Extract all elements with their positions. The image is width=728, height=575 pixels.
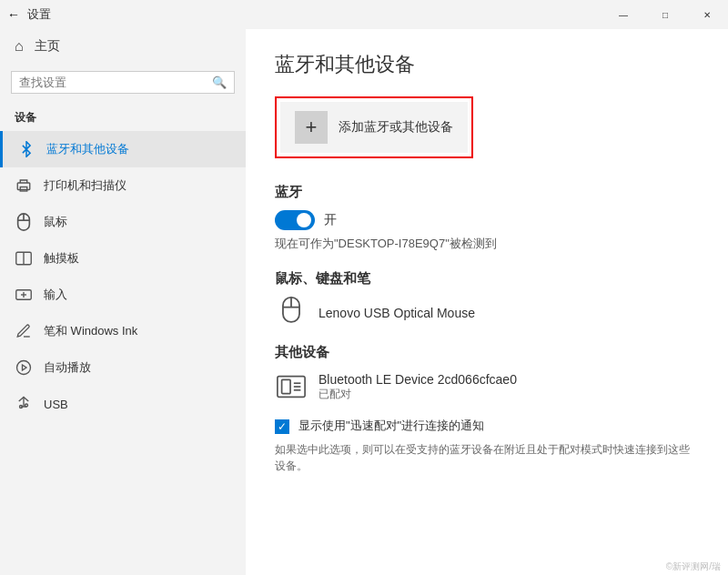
sidebar-item-printer[interactable]: 打印机和扫描仪 bbox=[0, 167, 246, 204]
other-section-heading: 其他设备 bbox=[275, 344, 699, 361]
sidebar-home-label: 主页 bbox=[35, 38, 60, 55]
sidebar-bluetooth-label: 蓝牙和其他设备 bbox=[46, 141, 129, 157]
mouse-device-name: Lenovo USB Optical Mouse bbox=[318, 306, 475, 320]
sidebar-usb-label: USB bbox=[44, 398, 68, 411]
quick-pair-label: 显示使用"迅速配对"进行连接的通知 bbox=[298, 418, 484, 434]
bt-device-name: Bluetooth LE Device 2cd066cfcae0 bbox=[318, 372, 517, 387]
bluetooth-toggle[interactable] bbox=[275, 210, 315, 230]
detection-text: 现在可作为"DESKTOP-I78E9Q7"被检测到 bbox=[275, 236, 699, 252]
page-title: 蓝牙和其他设备 bbox=[275, 51, 699, 78]
usb-icon bbox=[15, 395, 33, 413]
sidebar-mouse-label: 鼠标 bbox=[44, 214, 67, 230]
watermark: ©新评测网/瑞 bbox=[666, 560, 721, 573]
window-controls: — □ ✕ bbox=[602, 0, 728, 29]
mouse-device-info: Lenovo USB Optical Mouse bbox=[318, 306, 475, 320]
mouse-device-icon bbox=[275, 297, 308, 329]
sidebar-item-autoplay[interactable]: 自动播放 bbox=[0, 349, 246, 386]
maximize-button[interactable]: □ bbox=[644, 0, 686, 29]
sidebar-pen-label: 笔和 Windows Ink bbox=[44, 323, 137, 339]
mouse-icon bbox=[15, 213, 33, 231]
svg-point-10 bbox=[17, 361, 31, 375]
sidebar-item-mouse[interactable]: 鼠标 bbox=[0, 204, 246, 240]
sidebar-home[interactable]: ⌂ 主页 bbox=[0, 29, 246, 64]
add-device-label: 添加蓝牙或其他设备 bbox=[339, 119, 453, 136]
mouse-device-item: Lenovo USB Optical Mouse bbox=[275, 297, 699, 329]
search-box: 🔍 bbox=[11, 71, 235, 94]
bt-device-info: Bluetooth LE Device 2cd066cfcae0 已配对 bbox=[318, 372, 517, 402]
bt-device-status: 已配对 bbox=[318, 387, 517, 402]
bluetooth-toggle-row: 开 bbox=[275, 210, 699, 230]
sidebar-item-pen[interactable]: 笔和 Windows Ink bbox=[0, 313, 246, 349]
quick-pair-checkbox[interactable]: ✓ bbox=[275, 419, 289, 434]
svg-rect-0 bbox=[17, 183, 30, 190]
plus-icon: + bbox=[295, 111, 328, 144]
input-icon bbox=[15, 286, 33, 304]
sidebar-touchpad-label: 触摸板 bbox=[44, 250, 79, 267]
titlebar-title: 设置 bbox=[27, 6, 51, 23]
toggle-knob bbox=[297, 213, 311, 227]
toggle-label: 开 bbox=[324, 212, 337, 228]
sidebar-item-usb[interactable]: USB bbox=[0, 386, 246, 422]
pen-icon bbox=[15, 322, 33, 340]
add-device-button[interactable]: + 添加蓝牙或其他设备 bbox=[280, 102, 468, 153]
minimize-button[interactable]: — bbox=[602, 0, 644, 29]
bt-device-icon bbox=[275, 370, 308, 403]
printer-icon bbox=[15, 177, 33, 195]
bluetooth-icon bbox=[17, 140, 35, 158]
mouse-section-heading: 鼠标、键盘和笔 bbox=[275, 270, 699, 288]
home-icon: ⌂ bbox=[15, 38, 24, 55]
autoplay-icon bbox=[15, 358, 33, 377]
app-container: ⌂ 主页 🔍 设备 蓝牙和其他设备 bbox=[0, 29, 728, 575]
svg-marker-11 bbox=[23, 365, 27, 370]
sidebar: ⌂ 主页 🔍 设备 蓝牙和其他设备 bbox=[0, 29, 246, 575]
sidebar-item-input[interactable]: 输入 bbox=[0, 277, 246, 313]
bluetooth-section-heading: 蓝牙 bbox=[275, 184, 699, 201]
close-button[interactable]: ✕ bbox=[686, 0, 728, 29]
sidebar-item-touchpad[interactable]: 触摸板 bbox=[0, 240, 246, 277]
sidebar-printer-label: 打印机和扫描仪 bbox=[44, 177, 126, 194]
main-content: 蓝牙和其他设备 + 添加蓝牙或其他设备 蓝牙 开 现在可作为"DESKTOP-I… bbox=[246, 29, 728, 575]
svg-rect-1 bbox=[20, 187, 27, 192]
quick-pair-checkbox-row: ✓ 显示使用"迅速配对"进行连接的通知 bbox=[275, 418, 699, 434]
sidebar-section-label: 设备 bbox=[0, 101, 246, 131]
bt-device-item: Bluetooth LE Device 2cd066cfcae0 已配对 bbox=[275, 370, 699, 403]
sidebar-autoplay-label: 自动播放 bbox=[44, 359, 91, 376]
sidebar-input-label: 输入 bbox=[44, 287, 67, 303]
back-arrow-icon[interactable]: ← bbox=[7, 7, 20, 22]
search-icon[interactable]: 🔍 bbox=[212, 76, 227, 89]
search-input[interactable] bbox=[19, 76, 212, 89]
sidebar-item-bluetooth[interactable]: 蓝牙和其他设备 bbox=[0, 131, 246, 167]
svg-rect-18 bbox=[282, 379, 290, 393]
checkmark-icon: ✓ bbox=[278, 420, 287, 433]
add-device-highlight: + 添加蓝牙或其他设备 bbox=[275, 96, 473, 158]
titlebar: ← 设置 — □ ✕ bbox=[0, 0, 728, 29]
footer-description: 如果选中此选项，则可以在受支持的蓝牙设备在附近且处于配对模式时快速连接到这些设备… bbox=[275, 441, 699, 474]
touchpad-icon bbox=[15, 249, 33, 267]
